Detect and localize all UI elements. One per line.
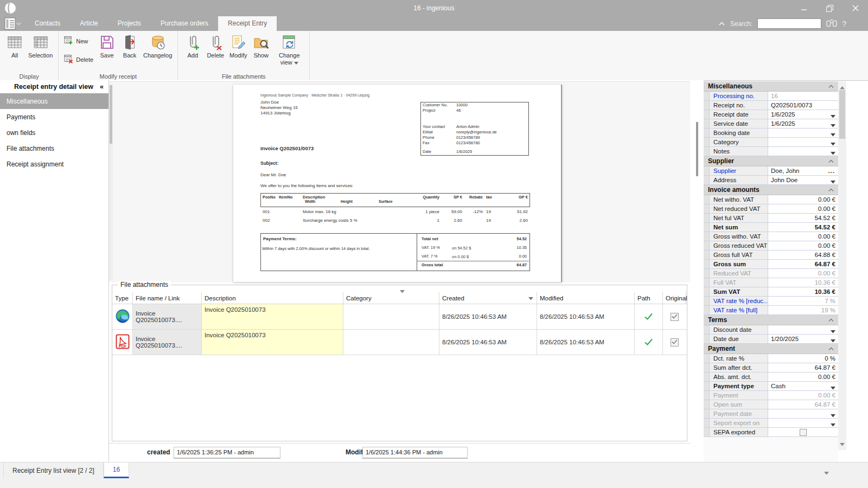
statusbar-dropdown-icon[interactable]	[824, 469, 829, 477]
property-value[interactable]: 0.00 €	[768, 195, 838, 204]
status-tab-receipt-entry-list-view-2-2[interactable]: Receipt Entry list view [2 / 2]	[3, 463, 104, 478]
property-value[interactable]	[768, 419, 838, 427]
attachment-row[interactable]: Invoice Q2025010073....Invoice Q20250100…	[112, 304, 687, 330]
close-button[interactable]	[843, 0, 868, 16]
dropdown-icon[interactable]	[831, 140, 835, 146]
change-view-button[interactable]: Change view	[272, 32, 306, 66]
sidebar-item-payments[interactable]: Payments	[0, 109, 108, 125]
collapse-section-icon[interactable]	[828, 82, 834, 90]
column-header-type[interactable]: Type	[112, 292, 133, 304]
attachment-description[interactable]: Invoice Q2025010073	[202, 330, 343, 355]
changelog-button[interactable]: Changelog	[141, 32, 174, 60]
dropdown-icon[interactable]	[831, 421, 835, 427]
column-header-description[interactable]: Description	[202, 292, 343, 304]
sidebar-item-file-attachments[interactable]: File attachments	[0, 140, 108, 156]
property-value[interactable]: 1/20/2025	[768, 335, 838, 343]
attachments-groupby-bar[interactable]	[112, 285, 687, 292]
property-value[interactable]: 54.52 €	[768, 223, 838, 232]
dropdown-icon[interactable]	[831, 328, 835, 334]
property-label[interactable]: VAT rate % [full]	[710, 306, 768, 314]
dropdown-icon[interactable]	[831, 122, 835, 128]
collapse-section-icon[interactable]	[828, 345, 834, 352]
dropdown-icon[interactable]	[831, 131, 835, 137]
modified-field[interactable]: 1/6/2025 1:44:36 PM - admin	[362, 447, 468, 459]
section-header-payment[interactable]: Payment	[704, 344, 838, 354]
add-button[interactable]: Add	[181, 32, 204, 60]
property-value[interactable]: 64.87 €	[768, 400, 838, 409]
sidebar-item-own-fields[interactable]: own fields	[0, 125, 108, 140]
property-label[interactable]: Supplier	[710, 166, 768, 175]
save-button[interactable]: Save	[95, 32, 118, 60]
status-tab-16[interactable]: 16	[104, 463, 129, 478]
property-value[interactable]: 0.00 €	[768, 391, 838, 400]
dropdown-icon[interactable]	[831, 384, 835, 390]
collapse-section-icon[interactable]	[828, 316, 834, 324]
new-small-button[interactable]: New	[64, 36, 93, 46]
original-checkbox[interactable]	[671, 313, 679, 321]
modify-button[interactable]: Modify	[227, 32, 250, 60]
delete-button[interactable]: Delete	[204, 32, 227, 60]
dropdown-icon[interactable]	[831, 412, 835, 418]
attachment-description[interactable]: Invoice Q2025010073	[202, 304, 343, 329]
tab-receipt-entry[interactable]: Receipt Entry	[218, 16, 277, 31]
dropdown-icon[interactable]	[831, 337, 835, 343]
minimize-button[interactable]	[792, 0, 817, 16]
property-value[interactable]	[768, 325, 838, 334]
help-icon[interactable]: ?	[842, 20, 846, 28]
property-value[interactable]: 1/6/2025	[768, 119, 838, 128]
tab-purchase-orders[interactable]: Purchase orders	[151, 16, 218, 31]
property-value[interactable]: 16	[768, 92, 838, 100]
property-value[interactable]	[768, 147, 838, 156]
section-header-supplier[interactable]: Supplier	[704, 156, 838, 166]
property-value[interactable]	[768, 428, 838, 436]
properties-scrollbar[interactable]	[838, 81, 846, 450]
scroll-down-icon[interactable]	[840, 440, 845, 448]
property-value[interactable]	[768, 138, 838, 146]
middle-scrollbar-thumb[interactable]	[696, 122, 698, 176]
created-field[interactable]: 1/6/2025 1:36:25 PM - admin	[174, 447, 280, 459]
column-header-category[interactable]: Category	[343, 292, 439, 304]
property-value[interactable]	[768, 129, 838, 137]
dropdown-icon[interactable]	[831, 113, 835, 119]
preview-scrollbar-left[interactable]	[109, 84, 113, 280]
property-value[interactable]: 0.00 €	[768, 373, 838, 381]
column-header-original[interactable]: Original	[663, 292, 686, 304]
binoculars-icon[interactable]	[826, 19, 837, 29]
property-value[interactable]: 1/6/2025	[768, 110, 838, 119]
property-value[interactable]: Q202501/0073	[768, 101, 838, 110]
dropdown-icon[interactable]	[831, 150, 835, 156]
maximize-button[interactable]	[817, 0, 843, 16]
property-value[interactable]: 7 %	[768, 297, 838, 305]
property-value[interactable]: 64.88 €	[768, 251, 838, 259]
tab-article[interactable]: Article	[70, 16, 107, 31]
sidebar-item-miscellaneous[interactable]: Miscellaneous	[0, 93, 108, 109]
property-value[interactable]: 0.00 €	[768, 232, 838, 241]
section-header-terms[interactable]: Terms	[704, 315, 838, 325]
attachment-row[interactable]: PDFInvoice Q2025010073....Invoice Q20250…	[112, 330, 687, 355]
property-label[interactable]: Processing no.	[710, 92, 768, 100]
sepa-exported-checkbox[interactable]	[800, 429, 807, 436]
section-header-invoice-amounts[interactable]: Invoice amounts	[704, 185, 838, 195]
column-header-path[interactable]: Path	[635, 292, 663, 304]
original-checkbox[interactable]	[671, 338, 679, 346]
property-value[interactable]: 10.36 €	[768, 278, 838, 287]
collapse-sidebar-icon[interactable]: «	[100, 83, 104, 91]
property-value[interactable]: Doe, John...	[768, 166, 838, 175]
collapse-ribbon-icon[interactable]	[718, 20, 725, 28]
column-header-created[interactable]: Created	[439, 292, 537, 304]
column-header-file-name-link[interactable]: File name / Link	[133, 292, 202, 304]
property-value[interactable]	[768, 409, 838, 418]
property-value[interactable]: 19 %	[768, 306, 838, 314]
property-value[interactable]: 64.87 €	[768, 363, 838, 372]
dropdown-icon[interactable]	[831, 178, 835, 184]
column-header-modified[interactable]: Modified	[537, 292, 635, 304]
delete-small-button[interactable]: Delete	[64, 54, 93, 65]
selection-button[interactable]: Selection	[26, 32, 55, 60]
property-value[interactable]: 64.87 €	[768, 260, 838, 268]
ellipsis-button[interactable]: ...	[828, 168, 835, 174]
app-menu-button[interactable]	[4, 17, 23, 30]
property-value[interactable]: 0.00 €	[768, 269, 838, 278]
tab-contacts[interactable]: Contacts	[25, 16, 70, 31]
sidebar-item-receipt-assignment[interactable]: Receipt assignment	[0, 156, 108, 172]
collapse-section-icon[interactable]	[828, 186, 834, 194]
